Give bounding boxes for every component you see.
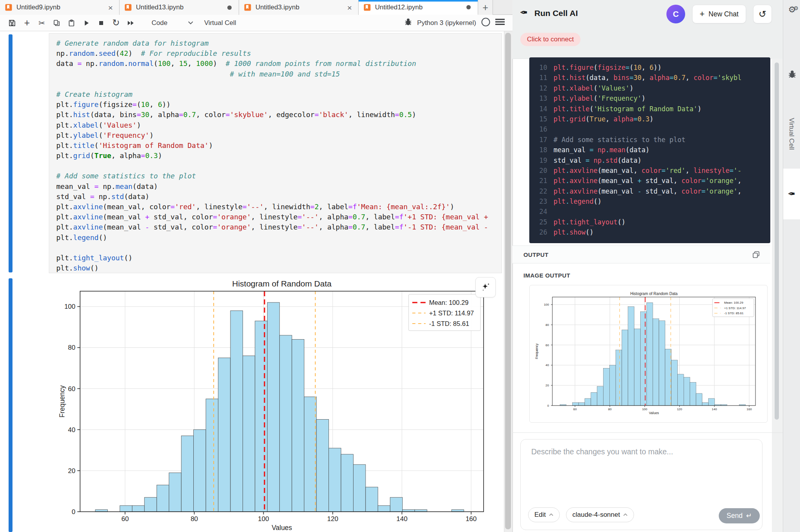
composer-divider — [512, 432, 783, 433]
chat-history-button[interactable]: ↺ — [753, 5, 772, 23]
code-line: plt.show() — [56, 263, 502, 273]
cut-cell-icon[interactable]: ✂ — [34, 15, 49, 31]
svg-text:+1 STD: 114.97: +1 STD: 114.97 — [429, 310, 474, 317]
cell-output-area: 6080100120140160020406080100Histogram of… — [49, 275, 504, 532]
run-cell-ai-rail-tab[interactable]: ✒ — [783, 169, 800, 219]
copy-output-icon[interactable] — [752, 251, 760, 259]
svg-text:80: 80 — [608, 407, 612, 411]
notebook-scrollbar-thumb[interactable] — [505, 33, 511, 529]
debugger-rail-bug-icon[interactable] — [786, 69, 798, 80]
tab-untitled3-ipynb[interactable]: Untitled3.ipynb× — [239, 0, 359, 15]
code-cell[interactable]: # Generate random data for histogramnp.r… — [49, 33, 502, 273]
ai-panel-title: Run Cell AI — [534, 9, 578, 18]
pen-nib-icon: ✒ — [520, 7, 528, 18]
debugger-bug-icon[interactable] — [404, 18, 412, 28]
notebook-icon — [5, 4, 12, 11]
svg-text:60: 60 — [546, 343, 549, 347]
ai-code-line: 17# Add some statistics to the plot — [529, 135, 770, 145]
connect-status-badge[interactable]: Click to connect — [520, 33, 580, 46]
cell-type-dropdown[interactable]: Code — [152, 19, 193, 27]
stop-kernel-icon[interactable] — [94, 15, 109, 31]
svg-text:120: 120 — [677, 407, 682, 411]
paste-cell-icon[interactable] — [64, 15, 79, 31]
tab-untitled12-ipynb[interactable]: Untitled12.ipynb — [359, 0, 478, 15]
mode-selector[interactable]: Edit — [528, 507, 560, 522]
code-line: plt.title('Histogram of Random Data') — [56, 141, 502, 151]
ai-code-line: 24 — [529, 206, 770, 217]
code-line: # Create histogram — [56, 89, 502, 100]
run-cell-icon[interactable] — [79, 15, 94, 31]
chevron-up-icon — [623, 513, 628, 516]
ai-code-line: 26plt.show() — [529, 227, 770, 237]
tab-untitled13-ipynb[interactable]: Untitled13.ipynb — [120, 0, 239, 15]
new-tab-button[interactable]: + — [478, 0, 493, 15]
code-line: # Add some statistics to the plot — [56, 171, 502, 181]
dirty-dot-icon[interactable] — [466, 5, 471, 9]
code-line: plt.hist(data, bins=30, alpha=0.7, color… — [56, 110, 502, 120]
notebook-menu-icon[interactable] — [495, 18, 505, 27]
histogram-figure: 6080100120140160020406080100Histogram of… — [59, 277, 488, 531]
histogram-thumbnail: 6080100120140160020406080100Histogram of… — [534, 288, 759, 420]
restart-kernel-icon[interactable]: ↻ — [109, 15, 123, 31]
ai-code-line: 12plt.xlabel('Values') — [529, 83, 770, 93]
kernel-status-icon[interactable] — [481, 17, 491, 29]
notebook-toolbar: + ✂ ↻ Code Virtual Cell — [0, 15, 512, 31]
close-icon[interactable]: × — [346, 4, 354, 12]
svg-text:60: 60 — [573, 407, 577, 411]
ai-code-line: 23plt.legend() — [529, 196, 770, 206]
svg-text:100: 100 — [544, 303, 549, 306]
chevron-down-icon — [188, 21, 193, 25]
chat-input-placeholder: Describe the changes you want to make... — [531, 447, 673, 456]
svg-text:40: 40 — [546, 363, 549, 367]
code-editor[interactable]: # Generate random data for histogramnp.r… — [49, 34, 502, 273]
copy-cell-icon[interactable] — [49, 15, 64, 31]
code-line: plt.axvline(mean_val - std_val, color='o… — [56, 222, 502, 232]
svg-text:+1 STD: 114.97: +1 STD: 114.97 — [724, 306, 746, 310]
tab-untitled9-ipynb[interactable]: Untitled9.ipynb× — [0, 0, 120, 15]
code-line: plt.axvline(mean_val, color='red', lines… — [56, 202, 502, 212]
active-cell-indicator[interactable] — [9, 34, 12, 272]
ai-code-line: 13plt.ylabel('Frequency') — [529, 93, 770, 103]
ai-code-line: 21plt.axvline(mean_val + std_val, color=… — [529, 176, 770, 186]
property-inspector-gears-icon[interactable]: ⚙⚙ — [786, 5, 798, 15]
output-cell-indicator[interactable] — [9, 278, 12, 532]
image-output-card: 6080100120140160020406080100Histogram of… — [529, 285, 768, 423]
notebook-icon — [363, 4, 371, 11]
svg-text:Values: Values — [649, 411, 659, 415]
ai-code-line: 14plt.title('Histogram of Random Data') — [529, 104, 770, 114]
save-icon[interactable] — [5, 15, 20, 31]
svg-text:80: 80 — [191, 515, 198, 523]
svg-text:-1 STD: 85.61: -1 STD: 85.61 — [429, 320, 469, 327]
virtual-cell-rail-tab[interactable]: Virtual Cell — [783, 97, 800, 171]
model-selector[interactable]: claude-4-sonnet — [566, 507, 634, 522]
kernel-name[interactable]: Python 3 (ipykernel) — [417, 19, 476, 27]
send-button[interactable]: Send ↵ — [719, 508, 760, 523]
ai-code-line: 19std_val = np.std(data) — [529, 155, 770, 165]
svg-text:Histogram of Random Data: Histogram of Random Data — [232, 279, 332, 288]
ai-sparkle-button[interactable] — [475, 277, 496, 297]
ai-code-line: 15plt.grid(True, alpha=0.3) — [529, 114, 770, 124]
insert-cell-icon[interactable]: + — [20, 15, 34, 31]
code-line: # Generate random data for histogram — [56, 38, 502, 48]
close-icon[interactable]: × — [107, 4, 114, 12]
pen-nib-icon: ✒ — [788, 189, 795, 199]
svg-text:80: 80 — [68, 344, 75, 351]
dirty-dot-icon[interactable] — [227, 5, 232, 10]
svg-text:Values: Values — [271, 524, 292, 531]
run-all-icon[interactable] — [123, 15, 138, 31]
svg-text:140: 140 — [712, 407, 717, 411]
code-line: std_val = np.std(data) — [56, 192, 502, 202]
virtual-cell-button[interactable]: Virtual Cell — [204, 19, 236, 27]
panel-scrollbar-thumb[interactable] — [775, 62, 779, 420]
svg-text:0: 0 — [72, 508, 75, 516]
code-line: plt.axvline(mean_val + std_val, color='o… — [56, 212, 502, 222]
user-avatar[interactable]: C — [666, 5, 685, 23]
new-chat-button[interactable]: + New Chat — [692, 5, 746, 23]
output-section-header: OUTPUT — [512, 246, 770, 263]
tab-label: Untitled3.ipynb — [255, 4, 346, 11]
code-line — [56, 161, 502, 171]
code-line: # with mean=100 and std=15 — [56, 69, 502, 79]
ai-code-line: 16 — [529, 124, 770, 134]
image-output-label: IMAGE OUTPUT — [523, 272, 570, 279]
ai-code-line: 18mean_val = np.mean(data) — [529, 145, 770, 155]
